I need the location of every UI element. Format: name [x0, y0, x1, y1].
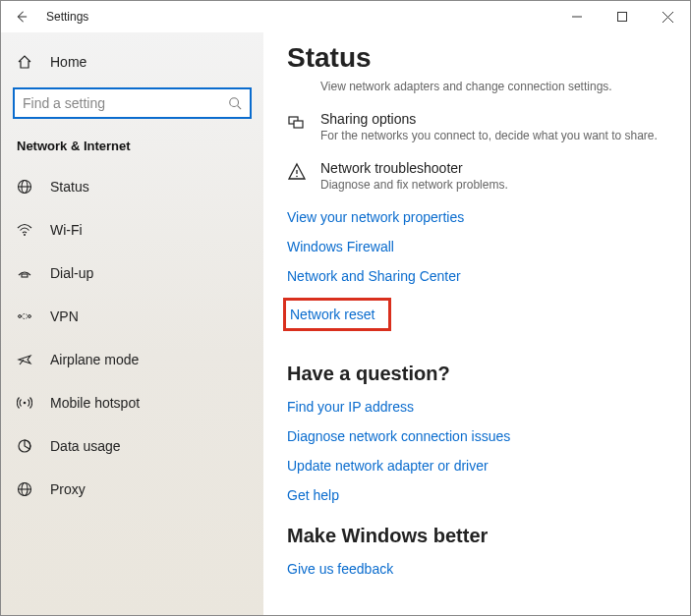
link-update-adapter[interactable]: Update network adapter or driver [287, 458, 489, 474]
link-network-reset[interactable]: Network reset [283, 298, 391, 331]
vpn-icon [17, 308, 34, 324]
wifi-icon [17, 222, 34, 238]
sidebar-item-status[interactable]: Status [1, 165, 263, 208]
home-label: Home [50, 54, 86, 70]
link-find-ip[interactable]: Find your IP address [287, 399, 414, 415]
svg-rect-10 [22, 274, 28, 277]
link-network-sharing-center[interactable]: Network and Sharing Center [287, 268, 461, 284]
sidebar-item-wifi[interactable]: Wi-Fi [1, 208, 263, 252]
globe-icon [17, 179, 34, 195]
sidebar-item-airplane[interactable]: Airplane mode [1, 338, 263, 381]
link-windows-firewall[interactable]: Windows Firewall [287, 239, 394, 254]
sidebar-item-proxy[interactable]: Proxy [1, 468, 263, 511]
sidebar-item-label: VPN [50, 308, 79, 324]
svg-point-11 [19, 315, 22, 318]
svg-point-21 [296, 176, 298, 178]
truncated-text: View network adapters and change connect… [287, 80, 666, 93]
sharing-sub: For the networks you connect to, decide … [320, 129, 658, 142]
svg-point-13 [24, 402, 27, 405]
sidebar: Home Network & Internet Status Wi-Fi Dia… [1, 32, 263, 615]
section-heading: Network & Internet [1, 131, 263, 165]
search-input[interactable] [13, 87, 252, 119]
sidebar-item-label: Wi-Fi [50, 222, 83, 238]
minimize-button[interactable] [554, 1, 600, 32]
sidebar-item-label: Dial-up [50, 265, 93, 281]
sharing-icon [287, 111, 307, 133]
sharing-title: Sharing options [320, 111, 658, 127]
link-diagnose-issues[interactable]: Diagnose network connection issues [287, 428, 510, 444]
troubleshooter[interactable]: Network troubleshooter Diagnose and fix … [287, 160, 666, 192]
home-button[interactable]: Home [1, 40, 263, 84]
back-button[interactable] [9, 10, 32, 24]
trouble-title: Network troubleshooter [320, 160, 508, 176]
sidebar-item-vpn[interactable]: VPN [1, 295, 263, 338]
warning-icon [287, 160, 307, 182]
svg-line-5 [238, 106, 242, 110]
svg-point-4 [230, 98, 239, 107]
search-field[interactable] [23, 95, 228, 111]
main-content: Status View network adapters and change … [263, 32, 690, 615]
datausage-icon [17, 438, 34, 454]
link-feedback[interactable]: Give us feedback [287, 561, 393, 577]
trouble-sub: Diagnose and fix network problems. [320, 178, 508, 192]
link-get-help[interactable]: Get help [287, 487, 339, 503]
sidebar-item-label: Status [50, 179, 89, 195]
better-heading: Make Windows better [287, 525, 666, 547]
question-heading: Have a question? [287, 363, 666, 385]
maximize-button[interactable] [600, 1, 645, 32]
airplane-icon [17, 352, 34, 367]
svg-rect-1 [618, 13, 627, 22]
hotspot-icon [17, 395, 34, 411]
search-icon [228, 96, 242, 110]
home-icon [17, 54, 34, 70]
sidebar-item-datausage[interactable]: Data usage [1, 424, 263, 468]
sharing-options[interactable]: Sharing options For the networks you con… [287, 111, 666, 142]
sidebar-item-label: Mobile hotspot [50, 395, 140, 411]
sidebar-item-hotspot[interactable]: Mobile hotspot [1, 381, 263, 424]
svg-rect-19 [294, 121, 303, 128]
sidebar-item-label: Airplane mode [50, 352, 139, 367]
dialup-icon [17, 265, 34, 281]
svg-point-9 [24, 234, 26, 236]
sidebar-item-label: Data usage [50, 438, 121, 454]
titlebar: Settings [1, 1, 690, 32]
proxy-icon [17, 481, 34, 497]
sidebar-item-dialup[interactable]: Dial-up [1, 252, 263, 295]
window-title: Settings [46, 10, 88, 24]
link-view-properties[interactable]: View your network properties [287, 209, 464, 225]
page-title: Status [287, 42, 666, 74]
svg-point-12 [29, 315, 31, 318]
sidebar-item-label: Proxy [50, 481, 86, 497]
close-button[interactable] [645, 1, 690, 32]
